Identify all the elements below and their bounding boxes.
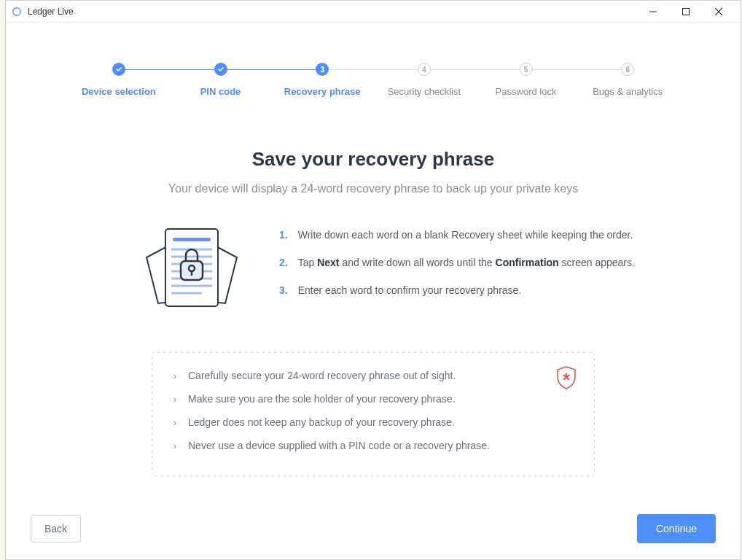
warning-item: › Make sure you are the sole holder of y…: [173, 393, 573, 405]
warning-text: Carefully secure your 24-word recovery p…: [188, 370, 456, 381]
step-pin-code[interactable]: PIN code: [170, 63, 272, 97]
instruction-item: 3. Enter each word to confirm your recov…: [279, 284, 675, 296]
step-bugs-analytics: 6 Bugs & analytics: [577, 63, 679, 97]
warning-item: › Never use a device supplied with a PIN…: [173, 440, 573, 451]
instruction-text: Write down each word on a blank Recovery…: [298, 229, 633, 241]
instruction-item: 2. Tap Next and write down all words unt…: [279, 257, 675, 268]
check-icon: [214, 63, 227, 76]
svg-rect-5: [173, 238, 211, 241]
step-number: 3: [316, 63, 329, 76]
minimize-button[interactable]: [636, 1, 669, 22]
stepper: Device selection PIN code 3 Recovery phr…: [6, 23, 741, 97]
instruction-number: 3.: [279, 284, 288, 296]
svg-rect-1: [682, 8, 689, 15]
step-number: 4: [418, 63, 431, 76]
maximize-button[interactable]: [669, 1, 702, 22]
warning-box: › Carefully secure your 24-word recovery…: [152, 352, 595, 476]
step-number: 5: [520, 63, 533, 76]
warning-text: Make sure you are the sole holder of you…: [188, 393, 456, 405]
step-label: PIN code: [200, 86, 241, 97]
instruction-number: 2.: [279, 257, 288, 268]
step-password-lock: 5 Password lock: [475, 63, 577, 97]
window-controls: [636, 1, 735, 22]
step-label: Password lock: [496, 86, 557, 97]
step-label: Bugs & analytics: [593, 86, 663, 97]
instructions-row: 1. Write down each word on a blank Recov…: [71, 225, 675, 316]
content-area: Device selection PIN code 3 Recovery phr…: [6, 23, 741, 559]
step-label: Recovery phrase: [284, 86, 361, 97]
bottom-bar: Back Continue: [6, 501, 741, 559]
warning-shield-icon: [555, 365, 577, 387]
warning-text: Ledger does not keep any backup of your …: [188, 416, 455, 428]
warning-text: Never use a device supplied with a PIN c…: [188, 440, 490, 451]
warning-item: › Carefully secure your 24-word recovery…: [173, 370, 573, 381]
title-bar: Ledger Live: [6, 1, 741, 23]
chevron-right-icon: ›: [173, 441, 176, 451]
check-icon: [112, 63, 125, 76]
app-window: Ledger Live Device selection: [5, 0, 741, 560]
window-title: Ledger Live: [28, 7, 636, 17]
warning-item: › Ledger does not keep any backup of you…: [173, 416, 573, 428]
step-device-selection[interactable]: Device selection: [68, 63, 170, 97]
step-label: Security checklist: [388, 86, 461, 97]
chevron-right-icon: ›: [173, 371, 176, 381]
chevron-right-icon: ›: [173, 394, 176, 405]
close-button[interactable]: [702, 1, 735, 22]
step-security-checklist: 4 Security checklist: [373, 63, 475, 97]
instructions-list: 1. Write down each word on a blank Recov…: [279, 225, 675, 312]
back-button[interactable]: Back: [31, 515, 81, 542]
instruction-number: 1.: [279, 229, 288, 241]
page-title: Save your recovery phrase: [71, 148, 675, 171]
app-icon: [12, 7, 22, 17]
main-content: Save your recovery phrase Your device wi…: [6, 97, 741, 476]
step-recovery-phrase[interactable]: 3 Recovery phrase: [271, 63, 373, 97]
instruction-text: Tap Next and write down all words until …: [298, 257, 635, 268]
instruction-text: Enter each word to confirm your recovery…: [298, 284, 522, 296]
recovery-sheet-illustration: [141, 225, 243, 316]
page-subtitle: Your device will display a 24-word recov…: [71, 182, 675, 195]
chevron-right-icon: ›: [173, 418, 176, 428]
instruction-item: 1. Write down each word on a blank Recov…: [279, 229, 675, 241]
continue-button[interactable]: Continue: [637, 514, 716, 543]
step-number: 6: [621, 63, 634, 76]
step-label: Device selection: [82, 86, 156, 97]
